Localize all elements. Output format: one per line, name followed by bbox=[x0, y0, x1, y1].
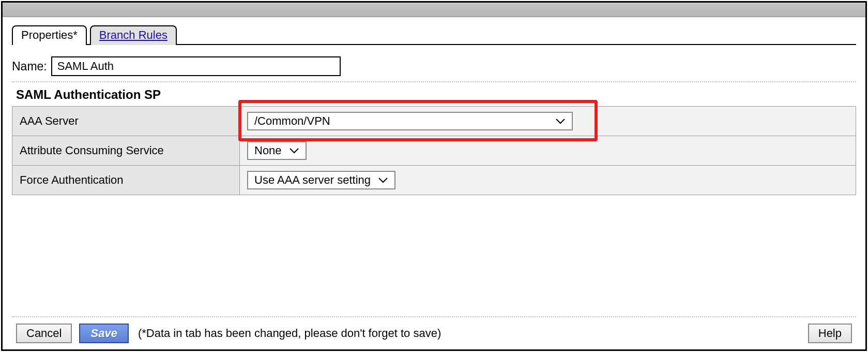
name-input[interactable] bbox=[51, 56, 341, 76]
section-title: SAML Authentication SP bbox=[16, 87, 856, 102]
label-aaa-server: AAA Server bbox=[12, 107, 240, 136]
save-button[interactable]: Save bbox=[79, 324, 128, 343]
chevron-down-icon bbox=[289, 148, 299, 154]
cancel-button[interactable]: Cancel bbox=[16, 324, 72, 343]
titlebar bbox=[3, 3, 865, 17]
select-aaa-server[interactable]: /Common/VPN bbox=[247, 112, 573, 130]
footer: Cancel Save (*Data in tab has been chang… bbox=[12, 316, 856, 349]
name-label: Name: bbox=[12, 60, 47, 74]
label-force-auth: Force Authentication bbox=[12, 166, 240, 195]
tab-branch-rules[interactable]: Branch Rules bbox=[90, 25, 177, 45]
row-acs: Attribute Consuming Service None bbox=[12, 136, 856, 166]
divider bbox=[12, 81, 856, 82]
name-row: Name: bbox=[12, 56, 856, 76]
dialog-window: Properties* Branch Rules Name: SAML Auth… bbox=[1, 1, 867, 351]
chevron-down-icon bbox=[555, 118, 566, 124]
save-hint: (*Data in tab has been changed, please d… bbox=[138, 327, 441, 340]
select-acs-value: None bbox=[254, 144, 282, 157]
select-force-auth-value: Use AAA server setting bbox=[254, 173, 371, 187]
label-acs: Attribute Consuming Service bbox=[12, 136, 240, 166]
form-wrap: AAA Server /Common/VPN Attribute Consumi… bbox=[12, 106, 856, 195]
content-area: Properties* Branch Rules Name: SAML Auth… bbox=[3, 17, 865, 349]
chevron-down-icon bbox=[378, 177, 388, 183]
help-button[interactable]: Help bbox=[808, 324, 852, 343]
select-acs[interactable]: None bbox=[247, 141, 307, 160]
form-table: AAA Server /Common/VPN Attribute Consumi… bbox=[12, 106, 856, 195]
select-aaa-server-value: /Common/VPN bbox=[254, 114, 330, 128]
row-aaa-server: AAA Server /Common/VPN bbox=[12, 107, 856, 136]
select-force-auth[interactable]: Use AAA server setting bbox=[247, 171, 395, 189]
tab-properties[interactable]: Properties* bbox=[12, 25, 87, 45]
tabs-row: Properties* Branch Rules bbox=[12, 24, 856, 45]
row-force-auth: Force Authentication Use AAA server sett… bbox=[12, 166, 856, 195]
